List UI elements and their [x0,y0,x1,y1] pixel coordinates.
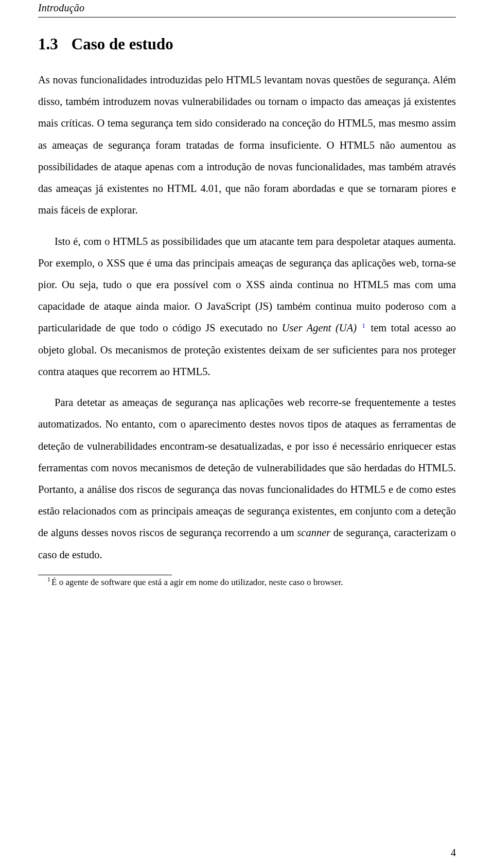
footnote-number: 1 [47,576,50,583]
paragraph-2: Isto é, com o HTML5 as possibilidades qu… [38,231,456,383]
footnote-text: É o agente de software que está a agir e… [51,577,343,587]
section-title: Caso de estudo [72,35,173,53]
footnote-1: 1É o agente de software que está a agir … [38,576,456,589]
footnote-ref-1[interactable]: 1 [362,322,366,329]
paragraph-1-text: As novas funcionalidades introduzidas pe… [38,74,456,216]
paragraph-2-text-a: Isto é, com o HTML5 as possibilidades qu… [38,236,456,334]
scanner-term: scanner [297,527,330,538]
paragraph-1: As novas funcionalidades introduzidas pe… [38,69,456,221]
page: Introdução 1.3Caso de estudo As novas fu… [0,0,494,868]
footnote-rule [38,575,172,575]
user-agent-term: User Agent (UA) [282,322,357,333]
paragraph-3-text-a: Para detetar as ameaças de segurança nas… [38,397,456,538]
page-number: 4 [451,847,456,859]
body-text: As novas funcionalidades introduzidas pe… [38,69,456,589]
section-number: 1.3 [38,35,58,54]
paragraph-3: Para detetar as ameaças de segurança nas… [38,392,456,565]
running-header: Introdução [38,0,456,17]
section-heading: 1.3Caso de estudo [38,35,456,54]
